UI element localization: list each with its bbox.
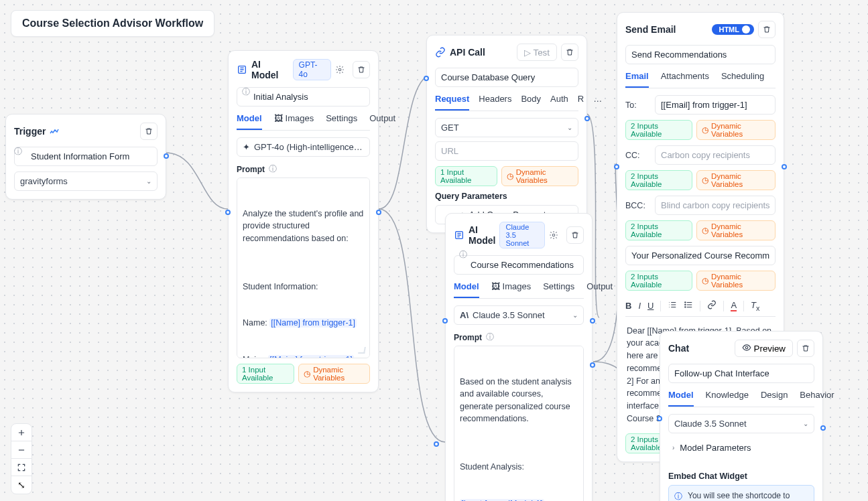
output-port[interactable] [782, 164, 787, 169]
tab-design[interactable]: Design [761, 390, 788, 407]
chat-delete-button[interactable] [797, 340, 814, 357]
tab-auth[interactable]: Auth [550, 94, 568, 111]
api-method-select[interactable]: GET ⌄ [435, 118, 578, 137]
email-name-input[interactable] [625, 45, 776, 64]
output-port[interactable] [820, 425, 826, 431]
tab-email[interactable]: Email [625, 71, 649, 88]
chat-title: Chat [668, 343, 689, 354]
input-port[interactable] [225, 210, 231, 215]
ai-model-2-model-select[interactable]: A\ Claude 3.5 Sonnet ⌄ [454, 305, 584, 325]
email-tabs: Email Attachments Scheduling [625, 71, 776, 88]
italic-button[interactable]: I [638, 301, 641, 311]
input-port-2[interactable] [434, 441, 439, 447]
tab-behavior[interactable]: Behavior [800, 390, 834, 407]
tab-body[interactable]: Body [521, 94, 541, 111]
link-button[interactable] [707, 300, 717, 311]
ordered-list-button[interactable] [668, 300, 677, 311]
tab-request[interactable]: Request [435, 94, 469, 111]
ai-model-1-model-select[interactable]: ✦ GPT-4o (High-intelligence flagship mod… [237, 137, 370, 157]
chat-preview-button[interactable]: Preview [735, 340, 793, 357]
tab-images[interactable]: 🖼Images [491, 281, 532, 298]
email-to-input[interactable] [655, 95, 776, 115]
tab-settings[interactable]: Settings [326, 113, 357, 130]
tab-headers[interactable]: Headers [479, 94, 511, 111]
tab-output[interactable]: Output [369, 113, 395, 130]
chat-name-input[interactable] [668, 364, 814, 383]
input-port[interactable] [424, 76, 429, 81]
tab-more[interactable]: … [593, 94, 602, 111]
ai-model-1-name-input[interactable] [237, 87, 370, 106]
inputs-available-pill[interactable]: 1 Input Available [435, 166, 497, 186]
chevron-right-icon: › [672, 444, 674, 451]
dynamic-variables-pill[interactable]: ◷Dynamic Variables [696, 120, 776, 140]
output-port[interactable] [590, 362, 595, 368]
info-icon: ⓘ [14, 146, 22, 157]
input-port[interactable] [657, 416, 662, 421]
input-port[interactable] [614, 164, 619, 169]
ai-model-2-settings-button[interactable] [545, 226, 562, 244]
email-bcc-input[interactable] [655, 196, 776, 215]
tab-output[interactable]: Output [586, 281, 613, 298]
chat-model-select[interactable]: Claude 3.5 Sonnet ⌄ [668, 414, 814, 433]
svg-point-1 [338, 68, 341, 71]
inputs-available-pill[interactable]: 2 Inputs Available [625, 271, 692, 291]
text-color-button[interactable]: A [731, 300, 737, 311]
trigger-provider-select[interactable]: gravityforms ⌄ [14, 171, 158, 191]
email-cc-input[interactable] [655, 145, 776, 165]
trigger-delete-button[interactable] [140, 123, 158, 140]
underline-button[interactable]: U [647, 301, 654, 311]
tab-images[interactable]: 🖼Images [274, 113, 314, 130]
dynamic-variables-pill[interactable]: ◷Dynamic Variables [696, 170, 776, 190]
ai-model-2-name-input[interactable] [454, 255, 584, 275]
ai-model-2-title: AI Model [469, 224, 495, 246]
inputs-available-pill[interactable]: 1 Input Available [237, 364, 294, 384]
output-port[interactable] [376, 210, 381, 215]
ai-model-1-settings-button[interactable] [331, 61, 349, 78]
dynamic-variables-pill[interactable]: ◷Dynamic Variables [501, 166, 578, 186]
tab-knowledge[interactable]: Knowledge [706, 390, 749, 407]
api-test-button[interactable]: ▷ Test [517, 44, 557, 61]
ai-model-1-prompt-textarea[interactable]: Analyze the student's profile and provid… [237, 177, 370, 358]
more-controls-button[interactable]: ⤡ [11, 476, 32, 494]
tab-response[interactable]: R [578, 94, 584, 111]
trigger-card: Trigger gravityforms ⌄ ⓘ [5, 114, 166, 200]
dynamic-variables-pill[interactable]: ◷Dynamic Variables [298, 364, 370, 384]
ai-model-1-delete-button[interactable] [353, 61, 370, 78]
output-port-2[interactable] [590, 318, 595, 324]
trigger-name-input[interactable] [14, 147, 158, 166]
output-port[interactable] [584, 116, 590, 121]
bold-button[interactable]: B [625, 301, 631, 311]
ai-model-1-tabs: Model 🖼Images Settings Output [237, 113, 370, 131]
inputs-available-pill[interactable]: 2 Inputs Available [625, 220, 692, 240]
tab-settings[interactable]: Settings [543, 281, 574, 298]
clear-format-button[interactable]: Tx [751, 300, 759, 312]
email-subject-input[interactable] [625, 246, 776, 265]
dynamic-variables-pill[interactable]: ◷Dynamic Variables [696, 220, 776, 240]
tab-model[interactable]: Model [668, 390, 694, 407]
api-delete-button[interactable] [561, 44, 578, 61]
tab-attachments[interactable]: Attachments [661, 71, 709, 88]
tab-model[interactable]: Model [237, 113, 262, 130]
model-parameters-toggle[interactable]: › Model Parameters [668, 440, 814, 455]
unordered-list-button[interactable] [684, 300, 693, 311]
input-port-1[interactable] [442, 318, 448, 324]
trigger-output-port[interactable] [164, 153, 169, 159]
chevron-down-icon: ⌄ [803, 420, 808, 427]
tab-scheduling[interactable]: Scheduling [721, 71, 764, 88]
trigger-provider-value: gravityforms [20, 176, 68, 186]
bcc-label: BCC: [625, 201, 649, 210]
svg-point-5 [685, 305, 686, 305]
fit-view-button[interactable] [11, 459, 32, 476]
api-url-input[interactable] [435, 141, 578, 161]
dynamic-variables-pill[interactable]: ◷Dynamic Variables [696, 271, 776, 291]
ai-model-2-delete-button[interactable] [566, 226, 584, 244]
inputs-available-pill[interactable]: 2 Inputs Available [625, 120, 692, 140]
ai-model-2-prompt-textarea[interactable]: Based on the student analysis and availa… [454, 346, 584, 501]
html-toggle[interactable]: HTML [712, 24, 754, 35]
api-name-input[interactable] [435, 68, 578, 87]
tab-model[interactable]: Model [454, 281, 479, 298]
zoom-in-button[interactable] [11, 424, 32, 441]
email-delete-button[interactable] [758, 21, 776, 38]
zoom-out-button[interactable] [11, 441, 32, 459]
inputs-available-pill[interactable]: 2 Inputs Available [625, 170, 692, 190]
